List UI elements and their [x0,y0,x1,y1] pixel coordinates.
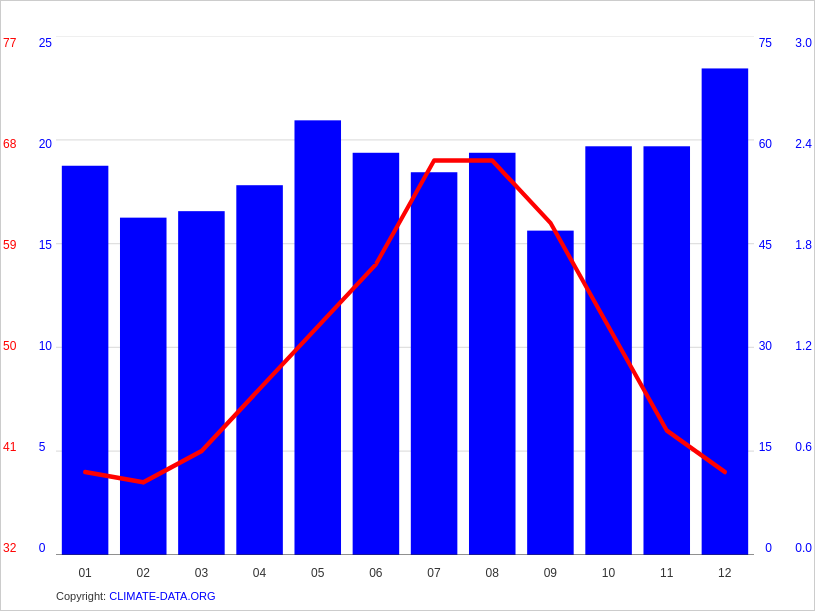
f-label-68: 68 [3,137,16,151]
f-label-50: 50 [3,339,16,353]
svg-rect-14 [527,231,574,555]
mm-60: 60 [759,137,772,151]
f-label-41: 41 [3,440,16,454]
x-axis-labels: 01 02 03 04 05 06 07 08 09 10 11 12 [56,566,754,580]
svg-rect-13 [469,153,516,555]
mm-75: 75 [759,36,772,50]
mm-15: 15 [759,440,772,454]
copyright-link[interactable]: CLIMATE-DATA.ORG [109,590,215,602]
x-label-01: 01 [78,566,91,580]
x-label-11: 11 [660,566,673,580]
svg-rect-7 [120,218,167,555]
x-label-08: 08 [485,566,498,580]
svg-rect-10 [294,120,341,555]
svg-rect-8 [178,211,225,555]
y-axis-right-inch: 3.0 2.4 1.8 1.2 0.6 0.0 [774,36,812,555]
inch-24: 2.4 [795,137,812,151]
svg-rect-12 [411,172,458,555]
f-label-77: 77 [3,36,16,50]
c-label-5: 5 [39,440,52,454]
mm-30: 30 [759,339,772,353]
x-label-10: 10 [602,566,615,580]
x-label-12: 12 [718,566,731,580]
x-label-05: 05 [311,566,324,580]
f-label-32: 32 [3,541,16,555]
c-label-0: 0 [39,541,52,555]
x-label-04: 04 [253,566,266,580]
c-label-25: 25 [39,36,52,50]
inch-12: 1.2 [795,339,812,353]
inch-00: 0.0 [795,541,812,555]
mm-45: 45 [759,238,772,252]
svg-rect-16 [643,146,690,555]
inch-06: 0.6 [795,440,812,454]
svg-rect-11 [353,153,400,555]
inch-3: 3.0 [795,36,812,50]
x-label-03: 03 [195,566,208,580]
copyright: Copyright: CLIMATE-DATA.ORG [56,590,216,602]
c-label-10: 10 [39,339,52,353]
y-axis-left: 77 68 59 50 41 32 25 20 15 10 5 0 [1,36,56,555]
c-label-20: 20 [39,137,52,151]
f-label-59: 59 [3,238,16,252]
chart-container: 77 68 59 50 41 32 25 20 15 10 5 0 75 60 … [0,0,815,611]
x-label-02: 02 [137,566,150,580]
svg-rect-6 [62,166,109,555]
svg-rect-15 [585,146,632,555]
main-chart-svg [56,36,754,555]
svg-rect-17 [702,68,749,555]
x-label-07: 07 [427,566,440,580]
inch-18: 1.8 [795,238,812,252]
mm-0: 0 [765,541,772,555]
c-label-15: 15 [39,238,52,252]
x-label-09: 09 [544,566,557,580]
x-label-06: 06 [369,566,382,580]
